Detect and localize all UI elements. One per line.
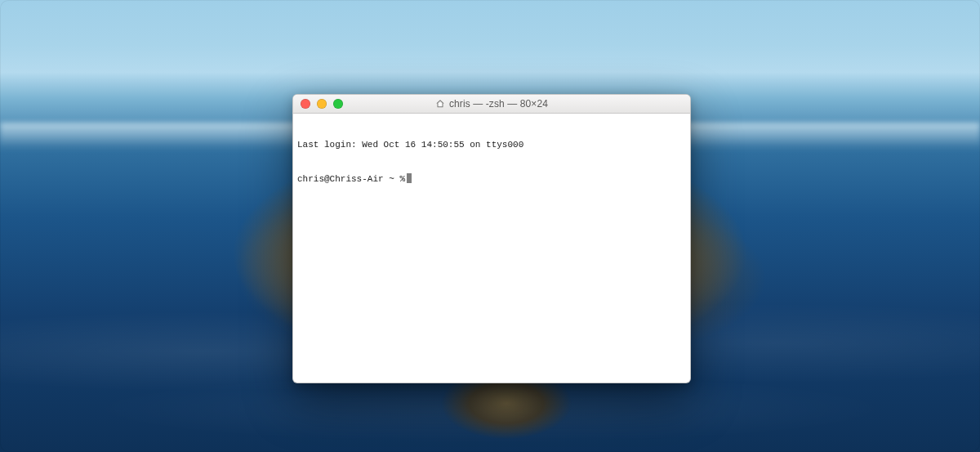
terminal-prompt: chris@Chriss-Air ~ %	[297, 174, 405, 184]
island-rock	[425, 376, 588, 452]
terminal-cursor[interactable]	[407, 173, 412, 183]
window-titlebar[interactable]: chris — -zsh — 80×24	[293, 95, 690, 114]
zoom-button[interactable]	[333, 99, 343, 109]
terminal-body[interactable]: Last login: Wed Oct 16 14:50:55 on ttys0…	[293, 114, 690, 210]
terminal-last-login: Last login: Wed Oct 16 14:50:55 on ttys0…	[297, 139, 686, 150]
traffic-lights	[293, 99, 343, 109]
terminal-prompt-line: chris@Chriss-Air ~ %	[297, 173, 686, 185]
home-icon	[435, 99, 445, 109]
terminal-window[interactable]: chris — -zsh — 80×24 Last login: Wed Oct…	[292, 94, 691, 383]
close-button[interactable]	[301, 99, 310, 109]
desktop-wallpaper: chris — -zsh — 80×24 Last login: Wed Oct…	[0, 0, 980, 452]
window-title: chris — -zsh — 80×24	[449, 98, 548, 110]
minimize-button[interactable]	[317, 99, 327, 109]
